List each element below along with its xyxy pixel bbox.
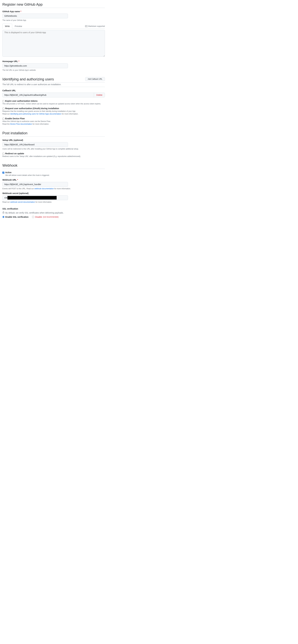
ssl-enable-radio[interactable] [3,216,5,218]
oauth-checkbox[interactable] [3,108,4,110]
ssl-radio-group: Enable SSL verification Disable (not rec… [3,216,105,218]
setup-url-label: Setup URL (optional) [3,139,105,141]
expire-tokens-help: This will provide a refresh_token which … [3,103,105,105]
webhook-secret-group: Webhook secret (optional) Read our webho… [3,192,105,203]
device-flow-help-2: Read the Device Flow documentation for m… [3,123,105,125]
secret-redaction [8,196,57,200]
callback-delete-button[interactable]: Delete [94,93,105,97]
homepage-label: Homepage URL * [3,60,105,62]
identifying-title: Identifying and authorizing users [3,77,54,81]
webhook-secret-docs-link[interactable]: webhook secret documentation [10,201,35,203]
identifying-subtitle: The full URL to redirect to after a user… [3,83,105,86]
oauth-label: Request user authorization (OAuth) durin… [5,107,59,110]
redirect-update-group: Redirect on update Redirect users to the… [3,152,105,158]
app-name-input[interactable] [3,14,68,18]
markdown-icon: M↓ [85,25,88,27]
redirect-update-label: Redirect on update [5,152,24,155]
oauth-help-1: Requests that the installing user grants… [3,110,105,112]
ssl-disable-label: Disable [35,216,42,218]
webhook-url-input[interactable] [3,182,68,187]
description-group: Write Preview M↓ Markdown supported [3,24,105,57]
page-title: Register new GitHub App [3,2,105,8]
app-name-label: GitHub App name * [3,10,105,13]
webhook-docs-link[interactable]: webhook documentation [35,188,54,190]
ssl-disable-option[interactable]: Disable (not recommended) [32,216,58,218]
tab-preview[interactable]: Preview [12,24,25,28]
oauth-group: Request user authorization (OAuth) durin… [3,107,105,115]
setup-url-input[interactable] [3,142,68,147]
expire-tokens-group: Expire user authorization tokens This wi… [3,100,105,105]
description-tabs: Write Preview M↓ Markdown supported [3,24,105,29]
device-flow-checkbox[interactable] [3,118,4,120]
webhook-secret-help: Read our webhook secret documentation fo… [3,201,105,203]
callback-group: Callback URL Delete [3,89,105,98]
expire-tokens-checkbox[interactable] [3,100,4,102]
webhook-active-checkbox[interactable] [3,172,4,174]
callback-label: Callback URL [3,89,105,92]
homepage-input[interactable] [3,64,68,68]
oauth-help-2: Read our Identifying and authorizing use… [3,113,105,115]
app-name-group: GitHub App name * The name of your GitHu… [3,10,105,21]
webhook-url-group: Webhook URL * Events will POST to this U… [3,179,105,190]
ssl-disable-note: (not recommended) [43,216,59,218]
redirect-update-checkbox[interactable] [3,153,4,155]
oauth-docs-link[interactable]: Identifying and authorizing users for Gi… [10,113,61,115]
device-flow-docs-link[interactable]: Device Flow documentation [10,123,32,125]
ssl-title: SSL verification [3,208,105,210]
add-callback-button[interactable]: Add Callback URL [85,77,105,81]
webhook-active-label: Active [5,171,12,174]
callback-input[interactable] [3,93,94,97]
webhook-url-help: Events will POST to this URL. Read our w… [3,188,105,190]
webhook-secret-label: Webhook secret (optional) [3,192,105,194]
webhook-url-label: Webhook URL * [3,179,105,181]
setup-url-help: Users will be redirected to this URL aft… [3,148,105,150]
expire-tokens-label: Expire user authorization tokens [5,100,38,102]
tab-write[interactable]: Write [3,24,12,29]
identifying-header: Identifying and authorizing users Add Ca… [3,77,105,83]
device-flow-help-1: Allow this GitHub App to authorize users… [3,120,105,122]
lock-icon [3,212,5,214]
webhook-active-help: We will deliver event details when this … [5,174,105,176]
device-flow-label: Enable Device Flow [5,117,25,120]
homepage-help: The full URL to your GitHub App's websit… [3,69,105,71]
ssl-default-text: By default, we verify SSL certificates w… [3,212,105,214]
webhook-active-group: Active We will deliver event details whe… [3,171,105,176]
device-flow-group: Enable Device Flow Allow this GitHub App… [3,117,105,125]
ssl-disable-radio[interactable] [32,216,34,218]
setup-url-group: Setup URL (optional) Users will be redir… [3,139,105,150]
ssl-enable-label: Enable SSL verification [5,216,29,218]
webhook-title: Webhook [3,163,105,169]
description-textarea[interactable] [3,30,105,57]
redirect-update-help: Redirect users to the 'Setup URL' after … [3,155,105,158]
homepage-group: Homepage URL * The full URL to your GitH… [3,60,105,71]
post-install-title: Post installation [3,131,105,136]
ssl-enable-option[interactable]: Enable SSL verification [3,216,29,218]
app-name-help: The name of your GitHub App. [3,19,105,21]
markdown-supported[interactable]: M↓ Markdown supported [85,25,105,27]
